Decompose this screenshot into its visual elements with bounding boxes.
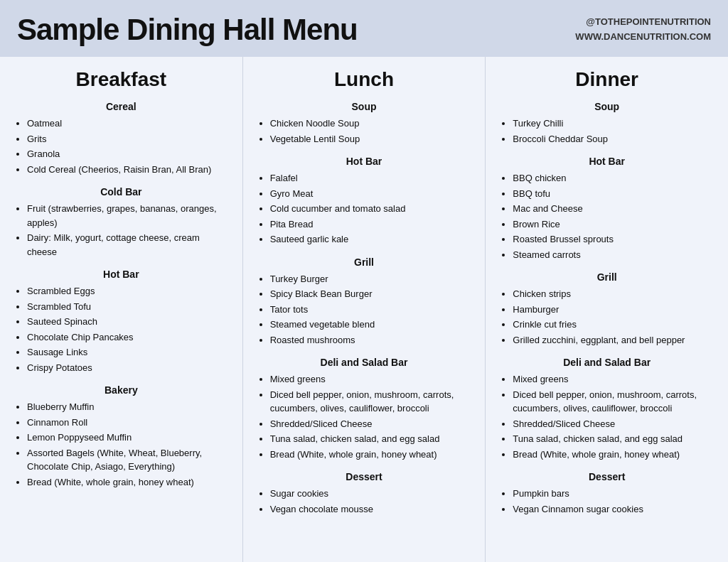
- list-item: Oatmeal: [27, 117, 228, 131]
- list-item: Crinkle cut fries: [513, 318, 714, 332]
- list-item: Mac and Cheese: [513, 202, 714, 216]
- breakfast-col-title: Breakfast: [14, 68, 228, 91]
- section-title-soup: Soup: [257, 101, 471, 112]
- list-item: Tator tots: [270, 303, 471, 317]
- list-item: Assorted Bagels (White, Wheat, Blueberry…: [27, 446, 228, 474]
- section-list-dessert: Sugar cookiesVegan chocolate mousse: [257, 487, 471, 516]
- list-item: Tuna salad, chicken salad, and egg salad: [270, 432, 471, 446]
- section-list-cereal: OatmealGritsGranolaCold Cereal (Cheerios…: [14, 117, 228, 176]
- list-item: Broccoli Cheddar Soup: [513, 132, 714, 146]
- list-item: BBQ tofu: [513, 187, 714, 201]
- list-item: Sauteed garlic kale: [270, 232, 471, 247]
- list-item: Granola: [27, 147, 228, 161]
- section-list-soup: Turkey ChilliBroccoli Cheddar Soup: [500, 117, 714, 146]
- list-item: Bread (White, whole grain, honey wheat): [270, 448, 471, 462]
- list-item: Grilled zucchini, eggplant, and bell pep…: [513, 333, 714, 347]
- section-list-cold-bar: Fruit (strawberries, grapes, bananas, or…: [14, 202, 228, 259]
- section-list-hot-bar: Scrambled EggsScrambled TofuSauteed Spin…: [14, 284, 228, 374]
- section-title-grill: Grill: [500, 271, 714, 283]
- list-item: Cold cucumber and tomato salad: [270, 202, 471, 216]
- list-item: Grits: [27, 132, 228, 146]
- section-list-hot-bar: FalafelGyro MeatCold cucumber and tomato…: [257, 171, 471, 247]
- list-item: Shredded/Sliced Cheese: [270, 417, 471, 431]
- section-title-soup: Soup: [500, 101, 714, 112]
- list-item: Lemon Poppyseed Muffin: [27, 431, 228, 445]
- section-list-bakery: Blueberry MuffinCinnamon RollLemon Poppy…: [14, 400, 228, 489]
- social-handle: @TOTHEPOINTENUTRITION: [575, 15, 711, 30]
- list-item: BBQ chicken: [513, 171, 714, 185]
- website-url: WWW.DANCENUTRITION.COM: [575, 30, 711, 45]
- list-item: Chicken strips: [513, 287, 714, 301]
- lunch-column: LunchSoupChicken Noodle SoupVegetable Le…: [243, 57, 486, 562]
- list-item: Fruit (strawberries, grapes, bananas, or…: [27, 202, 228, 229]
- breakfast-column: BreakfastCerealOatmealGritsGranolaCold C…: [0, 57, 243, 562]
- list-item: Vegan Cinnamon sugar cookies: [513, 502, 714, 517]
- section-title-grill: Grill: [257, 256, 471, 268]
- section-title-deli-and-salad-bar: Deli and Salad Bar: [500, 357, 714, 368]
- list-item: Blueberry Muffin: [27, 400, 228, 414]
- section-list-soup: Chicken Noodle SoupVegetable Lentil Soup: [257, 117, 471, 146]
- list-item: Turkey Burger: [270, 272, 471, 286]
- list-item: Tuna salad, chicken salad, and egg salad: [513, 432, 714, 446]
- section-list-grill: Turkey BurgerSpicy Black Bean BurgerTato…: [257, 272, 471, 347]
- section-title-cereal: Cereal: [14, 101, 228, 112]
- section-list-grill: Chicken stripsHamburgerCrinkle cut fries…: [500, 287, 714, 347]
- list-item: Vegan chocolate mousse: [270, 502, 471, 517]
- list-item: Bread (White, whole grain, honey wheat): [27, 475, 228, 490]
- lunch-col-title: Lunch: [257, 68, 471, 91]
- list-item: Sauteed Spinach: [27, 315, 228, 329]
- list-item: Diced bell pepper, onion, mushroom, carr…: [513, 388, 714, 416]
- section-list-dessert: Pumpkin barsVegan Cinnamon sugar cookies: [500, 487, 714, 516]
- section-list-deli-and-salad-bar: Mixed greensDiced bell pepper, onion, mu…: [257, 372, 471, 461]
- section-list-hot-bar: BBQ chickenBBQ tofuMac and CheeseBrown R…: [500, 171, 714, 261]
- section-title-dessert: Dessert: [500, 471, 714, 482]
- list-item: Chicken Noodle Soup: [270, 117, 471, 131]
- list-item: Sugar cookies: [270, 487, 471, 501]
- list-item: Scrambled Tofu: [27, 300, 228, 314]
- list-item: Vegetable Lentil Soup: [270, 132, 471, 146]
- header-website: @TOTHEPOINTENUTRITION WWW.DANCENUTRITION…: [575, 15, 711, 45]
- list-item: Steamed carrots: [513, 248, 714, 262]
- list-item: Roasted mushrooms: [270, 333, 471, 347]
- section-list-deli-and-salad-bar: Mixed greensDiced bell pepper, onion, mu…: [500, 372, 714, 461]
- header: Sample Dining Hall Menu @TOTHEPOINTENUTR…: [0, 0, 728, 57]
- list-item: Hamburger: [513, 303, 714, 317]
- list-item: Falafel: [270, 171, 471, 185]
- list-item: Cold Cereal (Cheerios, Raisin Bran, All …: [27, 163, 228, 177]
- section-title-hot-bar: Hot Bar: [14, 269, 228, 280]
- list-item: Pumpkin bars: [513, 487, 714, 501]
- section-title-hot-bar: Hot Bar: [500, 156, 714, 167]
- list-item: Spicy Black Bean Burger: [270, 287, 471, 301]
- list-item: Shredded/Sliced Cheese: [513, 417, 714, 431]
- list-item: Gyro Meat: [270, 187, 471, 201]
- list-item: Roasted Brussel sprouts: [513, 232, 714, 247]
- section-title-deli-and-salad-bar: Deli and Salad Bar: [257, 357, 471, 368]
- list-item: Mixed greens: [270, 372, 471, 387]
- dinner-col-title: Dinner: [500, 68, 714, 91]
- list-item: Cinnamon Roll: [27, 416, 228, 430]
- section-title-dessert: Dessert: [257, 471, 471, 482]
- list-item: Pita Bread: [270, 217, 471, 232]
- section-title-bakery: Bakery: [14, 384, 228, 396]
- list-item: Diced bell pepper, onion, mushroom, carr…: [270, 388, 471, 416]
- list-item: Chocolate Chip Pancakes: [27, 330, 228, 345]
- page-title: Sample Dining Hall Menu: [17, 13, 358, 47]
- list-item: Sausage Links: [27, 345, 228, 360]
- list-item: Dairy: Milk, yogurt, cottage cheese, cre…: [27, 231, 228, 259]
- list-item: Steamed vegetable blend: [270, 318, 471, 332]
- list-item: Turkey Chilli: [513, 117, 714, 131]
- section-title-cold-bar: Cold Bar: [14, 186, 228, 198]
- section-title-hot-bar: Hot Bar: [257, 156, 471, 167]
- dinner-column: DinnerSoupTurkey ChilliBroccoli Cheddar …: [486, 57, 728, 562]
- list-item: Bread (White, whole grain, honey wheat): [513, 448, 714, 462]
- list-item: Scrambled Eggs: [27, 284, 228, 298]
- list-item: Crispy Potatoes: [27, 361, 228, 375]
- list-item: Brown Rice: [513, 217, 714, 232]
- list-item: Mixed greens: [513, 372, 714, 387]
